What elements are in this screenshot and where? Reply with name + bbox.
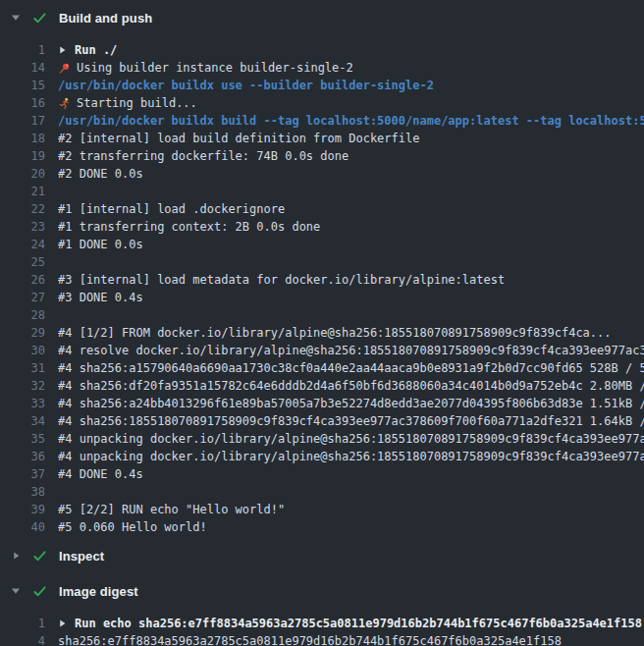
line-number[interactable]: 18: [0, 130, 45, 147]
log-line: 39#5 [2/2] RUN echo "Hello world!": [0, 501, 644, 518]
line-number[interactable]: 32: [0, 377, 45, 395]
log-message: #1 transferring context: 2B 0.0s done: [58, 218, 320, 236]
line-number[interactable]: 33: [0, 395, 45, 412]
log-line: 15/usr/bin/docker buildx use --builder b…: [0, 77, 644, 94]
log-message: #4 sha256:df20fa9351a15782c64e6dddb2d4a6…: [58, 377, 644, 395]
log-message: #4 unpacking docker.io/library/alpine@sh…: [58, 430, 644, 448]
log-message: Using builder instance builder-single-2: [77, 59, 353, 77]
log-text: Using builder instance builder-single-2: [58, 59, 644, 77]
line-number[interactable]: 26: [0, 271, 45, 289]
line-number[interactable]: 28: [0, 306, 45, 324]
actions-log-panel: Build and push1Run ./14Using builder ins…: [0, 0, 644, 646]
log-section-build-and-push: Build and push1Run ./14Using builder ins…: [0, 2, 644, 536]
log-text: #5 [2/2] RUN echo "Hello world!": [58, 501, 644, 518]
line-number[interactable]: 31: [0, 359, 45, 377]
caret-down-icon[interactable]: [10, 13, 22, 23]
log-line: 18#2 [internal] load build definition fr…: [0, 130, 644, 147]
section-title: Build and push: [59, 11, 152, 26]
line-number[interactable]: 36: [0, 448, 45, 465]
log-message: #4 unpacking docker.io/library/alpine@sh…: [58, 448, 644, 465]
line-number[interactable]: 22: [0, 200, 45, 218]
log-text: /usr/bin/docker buildx use --builder bui…: [58, 77, 644, 94]
line-number[interactable]: 30: [0, 342, 45, 359]
log-lines: 1Run echo sha256:e7ff8834a5963a2785c5a08…: [0, 607, 644, 646]
line-number[interactable]: 29: [0, 324, 45, 342]
log-message: #4 [1/2] FROM docker.io/library/alpine@s…: [58, 324, 612, 342]
log-message: #4 sha256:185518070891758909c9f839cf4ca3…: [58, 412, 644, 430]
line-number[interactable]: 24: [0, 236, 45, 253]
line-number[interactable]: 21: [0, 183, 45, 200]
log-lines: 1Run ./14Using builder instance builder-…: [0, 33, 644, 536]
line-number[interactable]: 25: [0, 253, 45, 271]
log-line: 22#1 [internal] load .dockerignore: [0, 200, 644, 218]
log-message: #1 DONE 0.0s: [58, 236, 143, 253]
log-message: Starting build...: [77, 94, 197, 112]
log-message: #4 sha256:a24bb4013296f61e89ba57005a7b3e…: [58, 395, 644, 412]
log-message: #4 resolve docker.io/library/alpine@sha2…: [58, 342, 644, 359]
log-line: 21: [0, 183, 644, 200]
log-text: [58, 306, 644, 324]
section-header-inspect[interactable]: Inspect: [0, 540, 644, 571]
log-message: #2 DONE 0.0s: [58, 165, 143, 183]
log-text: Starting build...: [58, 94, 644, 112]
line-number[interactable]: 14: [0, 59, 45, 77]
caret-right-icon[interactable]: [58, 45, 67, 55]
line-number[interactable]: 1: [0, 615, 45, 632]
log-message: #4 sha256:a15790640a6690aa1730c38cf0a440…: [58, 359, 644, 377]
runner-icon: [58, 97, 71, 110]
log-message: sha256:e7ff8834a5963a2785c5a0811e979d16b…: [58, 632, 562, 646]
line-number[interactable]: 20: [0, 165, 45, 183]
log-text: #4 unpacking docker.io/library/alpine@sh…: [58, 448, 644, 465]
line-number[interactable]: 35: [0, 430, 45, 448]
line-number[interactable]: 34: [0, 412, 45, 430]
section-title: Inspect: [59, 549, 104, 564]
caret-right-icon[interactable]: [58, 619, 67, 628]
log-line: 20#2 DONE 0.0s: [0, 165, 644, 183]
section-header-build-and-push[interactable]: Build and push: [0, 2, 644, 33]
line-number[interactable]: 27: [0, 289, 45, 306]
log-line: 37#4 DONE 0.4s: [0, 465, 644, 483]
log-message: Run ./: [75, 41, 117, 59]
log-line: 35#4 unpacking docker.io/library/alpine@…: [0, 430, 644, 448]
run-group-line: 1Run ./: [0, 41, 644, 59]
log-text: #4 sha256:df20fa9351a15782c64e6dddb2d4a6…: [58, 377, 644, 395]
line-number[interactable]: 17: [0, 112, 45, 130]
log-text: sha256:e7ff8834a5963a2785c5a0811e979d16b…: [58, 632, 644, 646]
section-header-image-digest[interactable]: Image digest: [0, 575, 644, 607]
log-message: #5 [2/2] RUN echo "Hello world!": [58, 501, 285, 518]
line-number[interactable]: 37: [0, 465, 45, 483]
log-text: #5 0.060 Hello world!: [58, 518, 644, 536]
line-number[interactable]: 19: [0, 147, 45, 165]
line-number[interactable]: 1: [0, 41, 45, 59]
line-number[interactable]: 23: [0, 218, 45, 236]
line-number[interactable]: 15: [0, 77, 45, 94]
line-number[interactable]: 40: [0, 518, 45, 536]
log-line: 40#5 0.060 Hello world!: [0, 518, 644, 536]
section-title: Image digest: [59, 584, 138, 599]
log-text: #1 DONE 0.0s: [58, 236, 644, 253]
log-line: 32#4 sha256:df20fa9351a15782c64e6dddb2d4…: [0, 377, 644, 395]
log-line: 38: [0, 483, 644, 501]
log-section-inspect: Inspect: [0, 540, 644, 571]
log-line: 29#4 [1/2] FROM docker.io/library/alpine…: [0, 324, 644, 342]
log-text: #4 [1/2] FROM docker.io/library/alpine@s…: [58, 324, 644, 342]
line-number[interactable]: 39: [0, 501, 45, 518]
log-message: /usr/bin/docker buildx use --builder bui…: [58, 77, 434, 94]
log-text: #2 [internal] load build definition from…: [58, 130, 644, 147]
check-icon: [31, 11, 47, 26]
pushpin-icon: [58, 62, 71, 75]
run-group-line: 1Run echo sha256:e7ff8834a5963a2785c5a08…: [0, 615, 644, 632]
caret-right-icon[interactable]: [10, 551, 22, 561]
log-text: [58, 253, 644, 271]
log-line: 26#3 [internal] load metadata for docker…: [0, 271, 644, 289]
log-text: #1 [internal] load .dockerignore: [58, 200, 644, 218]
log-message: #1 [internal] load .dockerignore: [58, 200, 285, 218]
line-number[interactable]: 16: [0, 94, 45, 112]
line-number[interactable]: 38: [0, 483, 45, 501]
caret-down-icon[interactable]: [10, 586, 22, 596]
log-line: 31#4 sha256:a15790640a6690aa1730c38cf0a4…: [0, 359, 644, 377]
line-number[interactable]: 4: [0, 632, 45, 646]
log-message: /usr/bin/docker buildx build --tag local…: [58, 112, 644, 130]
log-section-image-digest: Image digest1Run echo sha256:e7ff8834a59…: [0, 575, 644, 646]
check-icon: [31, 584, 47, 599]
